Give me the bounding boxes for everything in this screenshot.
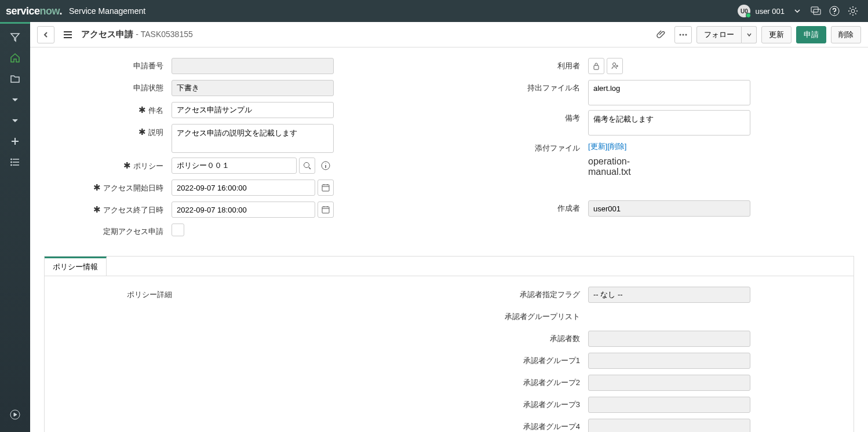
top-bar: servicenow. Service Management U0 user 0… bbox=[0, 0, 868, 22]
form-body: 申請番号 申請状態 ✱件名 ✱説明 ✱ポリシー bbox=[30, 47, 868, 432]
input-description[interactable] bbox=[172, 124, 334, 153]
svg-point-12 bbox=[304, 163, 309, 168]
product-name: Service Management bbox=[69, 6, 145, 16]
left-sidebar bbox=[0, 22, 30, 432]
input-remarks[interactable] bbox=[588, 110, 750, 136]
user-menu-caret[interactable] bbox=[788, 2, 807, 20]
record-title: アクセス申請 - TASK0538155 bbox=[81, 29, 193, 40]
label-creator: 作成者 bbox=[461, 200, 588, 217]
label-approver-group1: 承認者グループ1 bbox=[461, 353, 588, 369]
left-column: 申請番号 申請状態 ✱件名 ✱説明 ✱ポリシー bbox=[44, 58, 437, 246]
label-export-file: 持出ファイル名 bbox=[461, 80, 588, 96]
input-approver-group1 bbox=[588, 353, 750, 369]
label-request-state: 申請状態 bbox=[44, 80, 172, 96]
attachment-icon[interactable] bbox=[652, 26, 670, 43]
input-creator bbox=[588, 200, 750, 217]
menu-button[interactable] bbox=[59, 26, 76, 43]
delete-button[interactable]: 削除 bbox=[831, 26, 861, 43]
input-approver-group2 bbox=[588, 375, 750, 391]
input-subject[interactable] bbox=[172, 102, 334, 118]
update-button[interactable]: 更新 bbox=[761, 26, 792, 43]
list-icon[interactable] bbox=[0, 152, 30, 173]
input-approver-group3 bbox=[588, 397, 750, 413]
svg-point-17 bbox=[613, 63, 616, 66]
label-approver-count: 承認者数 bbox=[461, 331, 588, 347]
label-access-end: ✱アクセス終了日時 bbox=[44, 202, 172, 218]
label-subject: ✱件名 bbox=[44, 102, 172, 119]
calendar-icon-end[interactable] bbox=[318, 202, 334, 218]
user-lock-icon[interactable] bbox=[588, 58, 604, 74]
user-add-icon[interactable] bbox=[607, 58, 623, 74]
svg-rect-15 bbox=[322, 207, 329, 213]
input-approver-count bbox=[588, 331, 750, 347]
input-approver-flag bbox=[588, 287, 750, 303]
tab-policy-info[interactable]: ポリシー情報 bbox=[45, 257, 107, 276]
gear-icon[interactable] bbox=[844, 2, 862, 20]
label-description: ✱説明 bbox=[44, 124, 172, 141]
label-access-start: ✱アクセス開始日時 bbox=[44, 180, 172, 196]
user-name-label: user 001 bbox=[755, 7, 785, 16]
svg-point-3 bbox=[834, 13, 835, 14]
label-request-no: 申請番号 bbox=[44, 58, 172, 74]
input-policy[interactable] bbox=[172, 158, 297, 174]
policy-search-icon[interactable] bbox=[299, 158, 315, 174]
label-remarks: 備考 bbox=[461, 110, 588, 126]
svg-point-7 bbox=[11, 164, 12, 166]
follow-button[interactable]: フォロー bbox=[696, 26, 742, 43]
input-request-no bbox=[172, 58, 334, 74]
svg-rect-16 bbox=[594, 65, 599, 69]
record-toolbar: アクセス申請 - TASK0538155 フォロー 更新 申請 削除 bbox=[30, 22, 868, 47]
filter-icon[interactable] bbox=[0, 27, 30, 47]
input-approver-group4 bbox=[588, 419, 750, 432]
follow-dropdown[interactable] bbox=[742, 26, 757, 43]
label-policy: ✱ポリシー bbox=[44, 158, 172, 174]
main-area: アクセス申請 - TASK0538155 フォロー 更新 申請 削除 申請番号 … bbox=[30, 22, 868, 432]
label-periodic: 定期アクセス申請 bbox=[44, 224, 172, 240]
label-approver-group-list: 承認者グループリスト bbox=[461, 309, 588, 325]
input-access-end[interactable] bbox=[172, 202, 315, 218]
home-icon[interactable] bbox=[0, 47, 30, 68]
input-access-start[interactable] bbox=[172, 180, 315, 196]
policy-info-icon[interactable] bbox=[318, 158, 334, 174]
avatar[interactable]: U0 bbox=[738, 5, 750, 17]
right-column: 利用者 持出ファイル名 備考 添付ファイル bbox=[461, 58, 854, 246]
attachment-update-link[interactable]: [更新] bbox=[588, 142, 607, 151]
label-policy-detail: ポリシー詳細 bbox=[53, 287, 180, 303]
svg-point-11 bbox=[685, 34, 687, 35]
checkbox-periodic[interactable] bbox=[172, 224, 184, 236]
svg-point-5 bbox=[11, 159, 12, 160]
logo: servicenow. bbox=[6, 5, 62, 17]
svg-point-4 bbox=[851, 9, 855, 13]
input-request-state bbox=[172, 80, 334, 96]
svg-rect-14 bbox=[322, 185, 329, 191]
label-approver-group2: 承認者グループ2 bbox=[461, 375, 588, 391]
plus-icon[interactable] bbox=[0, 131, 30, 152]
request-button[interactable]: 申請 bbox=[796, 26, 826, 43]
svg-point-9 bbox=[680, 34, 681, 35]
input-export-file[interactable] bbox=[588, 80, 750, 105]
label-user: 利用者 bbox=[461, 58, 588, 74]
attachment-delete-link[interactable]: [削除] bbox=[607, 142, 626, 151]
label-attachment: 添付ファイル bbox=[461, 140, 588, 156]
folder-icon[interactable] bbox=[0, 68, 30, 89]
back-button[interactable] bbox=[37, 26, 54, 43]
calendar-icon-start[interactable] bbox=[318, 180, 334, 196]
help-icon[interactable] bbox=[825, 2, 844, 20]
play-icon[interactable] bbox=[0, 404, 30, 425]
label-approver-flag: 承認者指定フラグ bbox=[461, 287, 588, 303]
label-approver-group3: 承認者グループ3 bbox=[461, 397, 588, 413]
more-actions-icon[interactable] bbox=[674, 26, 692, 43]
chevron-down-icon[interactable] bbox=[0, 89, 30, 110]
svg-point-6 bbox=[11, 162, 12, 163]
chat-icon[interactable] bbox=[807, 2, 825, 20]
attachment-filename: operation-manual.txt bbox=[588, 156, 634, 177]
chevron-down-icon-2[interactable] bbox=[0, 110, 30, 131]
label-approver-group4: 承認者グループ4 bbox=[461, 419, 588, 432]
tab-section: ポリシー情報 ポリシー詳細 承認者指定フラグ bbox=[44, 256, 854, 432]
svg-point-10 bbox=[683, 34, 684, 35]
